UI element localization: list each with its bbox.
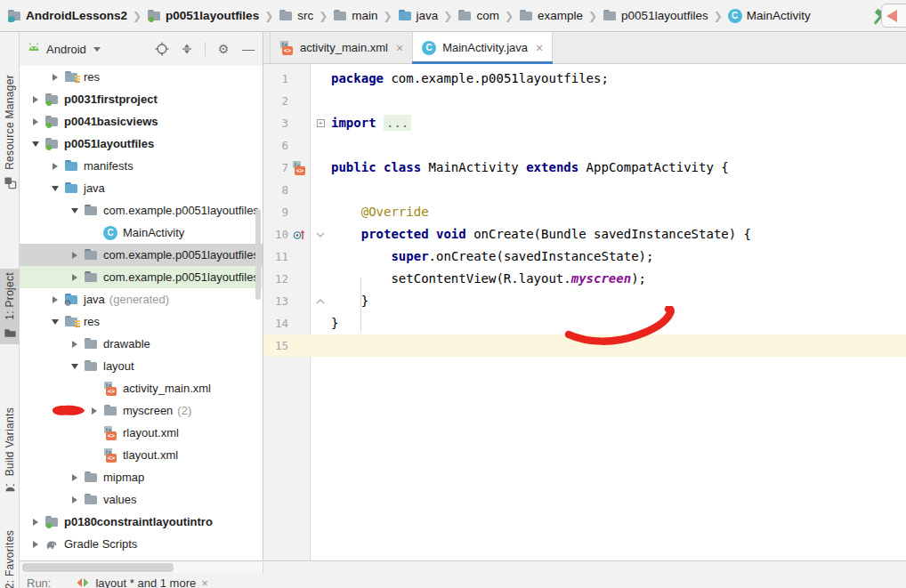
hide-panel-icon[interactable]: — xyxy=(241,42,255,56)
stripe-button-build-variants[interactable]: Build Variants xyxy=(0,404,20,500)
line-number: 8 xyxy=(265,179,288,201)
code-line-3[interactable]: 3+import ... xyxy=(263,112,906,134)
code-editor[interactable]: 1package com.example.p0051layoutfiles;23… xyxy=(263,64,906,560)
chevron-expanded-icon[interactable] xyxy=(46,186,64,191)
run-config-button-partial[interactable] xyxy=(881,4,906,28)
fold-marker-icon[interactable] xyxy=(314,223,327,246)
tree-row-com-example-p0051layoutfiles[interactable]: com.example.p0051layoutfiles xyxy=(20,266,263,288)
tree-row-mipmap[interactable]: mipmap xyxy=(20,466,263,488)
run-config-tab[interactable]: layout * and 1 more × xyxy=(76,576,207,588)
code-line-1[interactable]: 1package com.example.p0051layoutfiles; xyxy=(263,68,906,90)
tree-row-p0051layoutfiles[interactable]: p0051layoutfiles xyxy=(20,133,263,155)
project-tree: resp0031firstprojectp0041basicviewsp0051… xyxy=(20,66,263,555)
stripe-button-2-favorites[interactable]: 2: Favorites xyxy=(0,527,20,588)
run-config-icon xyxy=(76,576,90,588)
breadcrumb-item[interactable]: CMainActivity xyxy=(728,9,811,23)
chevron-collapsed-icon[interactable] xyxy=(27,541,44,548)
fold-marker-icon[interactable]: + xyxy=(314,112,327,134)
folder-gray-icon xyxy=(457,9,472,23)
breadcrumb-item[interactable]: com xyxy=(457,9,499,23)
close-icon[interactable]: × xyxy=(536,41,543,55)
breadcrumb-item[interactable]: AndroidLessons2 xyxy=(7,9,127,23)
project-view-selector[interactable]: Android xyxy=(27,42,101,56)
chevron-collapsed-icon[interactable] xyxy=(46,296,64,303)
code-line-8[interactable]: 8 xyxy=(263,179,906,201)
code-line-14[interactable]: 14} xyxy=(263,312,906,334)
tree-row-res[interactable]: res xyxy=(20,66,263,88)
code-line-2[interactable]: 2 xyxy=(263,90,906,112)
folder-gray-icon xyxy=(333,9,347,23)
code-line-12[interactable]: 12 setContentView(R.layout.myscreen); xyxy=(263,268,906,290)
tree-row-gradle-scripts[interactable]: Gradle Scripts xyxy=(20,533,263,555)
chevron-collapsed-icon[interactable] xyxy=(46,74,64,81)
tree-row-p0180constraintlayoutintro[interactable]: p0180constraintlayoutintro xyxy=(20,511,263,533)
code-text: } xyxy=(331,290,368,312)
chevron-separator-icon: ❯ xyxy=(443,10,452,22)
breadcrumb-item[interactable]: example xyxy=(519,9,583,23)
tree-row-drawable[interactable]: drawable xyxy=(20,333,263,355)
chevron-separator-icon: ❯ xyxy=(588,10,597,22)
chevron-collapsed-icon[interactable] xyxy=(46,163,64,170)
breadcrumb-item[interactable]: java xyxy=(398,9,439,23)
stripe-button-label: Resource Manager xyxy=(4,75,16,170)
tree-row-activity-main-xml[interactable]: <>activity_main.xml xyxy=(20,377,263,399)
tree-horizontal-scrollbar[interactable] xyxy=(20,562,263,573)
tree-row-suffix: (2) xyxy=(177,404,191,417)
tree-row-res[interactable]: res xyxy=(20,310,263,333)
tree-row-tlayout-xml[interactable]: <>tlayout.xml xyxy=(20,444,263,466)
code-line-13[interactable]: 13 } xyxy=(263,290,906,312)
chevron-collapsed-icon[interactable] xyxy=(27,519,44,526)
chevron-collapsed-icon[interactable] xyxy=(27,118,44,125)
tree-row-p0041basicviews[interactable]: p0041basicviews xyxy=(20,110,263,133)
chevron-collapsed-icon[interactable] xyxy=(66,274,84,281)
chevron-collapsed-icon[interactable] xyxy=(66,496,84,503)
code-line-15[interactable]: 15 xyxy=(263,334,906,357)
breadcrumb-item[interactable]: main xyxy=(333,9,377,23)
tree-row-mainactivity[interactable]: CMainActivity xyxy=(20,222,263,244)
breadcrumb-item-label: src xyxy=(297,9,313,22)
chevron-collapsed-icon[interactable] xyxy=(85,407,103,415)
tree-row-p0031firstproject[interactable]: p0031firstproject xyxy=(20,88,263,110)
code-line-10[interactable]: 10 protected void onCreate(Bundle savedI… xyxy=(263,223,906,246)
tree-row-label: mipmap xyxy=(103,471,144,484)
chevron-collapsed-icon[interactable] xyxy=(66,341,84,348)
editor-tab-activity-main-xml[interactable]: <>activity_main.xml× xyxy=(270,32,413,63)
breadcrumb-item[interactable]: p0051layoutfiles xyxy=(603,9,708,23)
code-line-11[interactable]: 11 super.onCreate(savedInstanceState); xyxy=(263,246,906,268)
res-folder-icon xyxy=(64,70,80,85)
chevron-expanded-icon[interactable] xyxy=(66,364,84,369)
tree-row-myscreen[interactable]: myscreen(2) xyxy=(20,399,263,422)
code-line-9[interactable]: 9 @Override xyxy=(263,201,906,223)
fold-marker-icon[interactable] xyxy=(314,290,327,312)
code-text: public class MainActivity extends AppCom… xyxy=(331,157,729,179)
chevron-collapsed-icon[interactable] xyxy=(66,474,84,481)
chevron-expanded-icon[interactable] xyxy=(27,141,44,147)
chevron-collapsed-icon[interactable] xyxy=(66,252,84,259)
locate-file-icon[interactable] xyxy=(155,42,169,56)
gear-icon[interactable]: ⚙ xyxy=(216,42,231,56)
code-line-6[interactable]: 6 xyxy=(263,134,906,157)
tree-row-java[interactable]: java xyxy=(20,177,263,199)
tree-row-manifests[interactable]: manifests xyxy=(20,155,263,177)
editor-tab-mainactivity-java[interactable]: CMainActivity.java× xyxy=(413,32,553,63)
tree-row-com-example-p0051layoutfiles[interactable]: com.example.p0051layoutfiles xyxy=(20,199,263,222)
tree-row-label: tlayout.xml xyxy=(123,448,178,462)
view-selector-label: Android xyxy=(46,43,86,56)
stripe-button-resource-manager[interactable]: Resource Manager xyxy=(0,71,20,194)
tree-row-java[interactable]: ⚙java(generated) xyxy=(20,288,263,310)
tree-row-layout[interactable]: layout xyxy=(20,355,263,377)
tree-row-com-example-p0051layoutfiles[interactable]: com.example.p0051layoutfiles xyxy=(20,244,263,266)
chevron-collapsed-icon[interactable] xyxy=(27,96,44,103)
close-icon[interactable]: × xyxy=(201,576,208,588)
tree-row-rlayout-xml[interactable]: <>rlayout.xml xyxy=(20,422,263,444)
breadcrumb-item[interactable]: p0051layoutfiles xyxy=(147,9,259,23)
tree-row-values[interactable]: values xyxy=(20,488,263,511)
close-icon[interactable]: × xyxy=(396,41,403,55)
code-line-7[interactable]: 7<>public class MainActivity extends App… xyxy=(263,157,906,179)
breadcrumb-item[interactable]: src xyxy=(279,9,313,23)
chevron-expanded-icon[interactable] xyxy=(46,319,64,325)
stripe-button-1-project[interactable]: 1: Project xyxy=(0,269,20,344)
chevron-expanded-icon[interactable] xyxy=(66,208,84,213)
tree-vertical-scrollbar[interactable] xyxy=(255,209,261,300)
collapse-all-icon[interactable] xyxy=(180,42,194,56)
